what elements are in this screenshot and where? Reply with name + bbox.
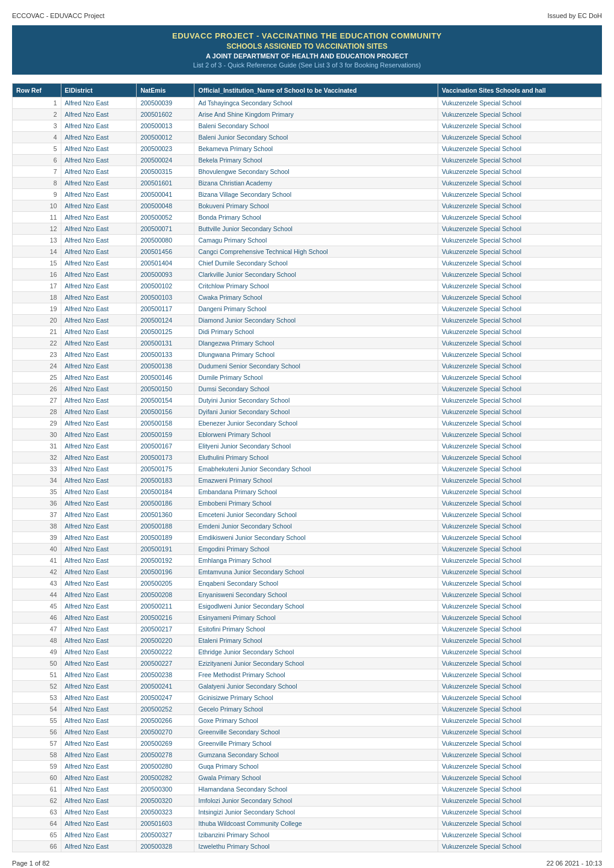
row-num-cell: 58 [13,749,61,761]
eldistrict-cell: Alfred Nzo East [61,532,137,544]
natemis-cell: 200500024 [137,155,194,166]
table-row: 7Alfred Nzo East200500315Bhovulengwe Sec… [13,166,602,178]
institution-cell: Bhovulengwe Secondary School [194,166,438,178]
eldistrict-cell: Alfred Nzo East [61,727,137,738]
institution-cell: Esigodlweni Junior Secondary School [194,601,438,612]
row-num-cell: 2 [13,109,61,120]
row-num-cell: 43 [13,578,61,589]
vacc-site-cell: Vukuzenzele Special School [438,589,601,601]
vacc-site-cell: Vukuzenzele Special School [438,246,601,258]
row-num-cell: 46 [13,612,61,624]
eldistrict-cell: Alfred Nzo East [61,509,137,521]
eldistrict-cell: Alfred Nzo East [61,109,137,120]
eldistrict-cell: Alfred Nzo East [61,258,137,269]
institution-cell: Camagu Primary School [194,235,438,246]
natemis-cell: 200500124 [137,315,194,326]
natemis-cell: 200501404 [137,258,194,269]
natemis-cell: 200500192 [137,555,194,566]
institution-cell: Bokuveni Primary School [194,200,438,212]
eldistrict-cell: Alfred Nzo East [61,669,137,681]
natemis-cell: 200500013 [137,120,194,132]
eldistrict-cell: Alfred Nzo East [61,98,137,109]
vacc-site-cell: Vukuzenzele Special School [438,658,601,669]
institution-cell: Dumile Primary School [194,372,438,383]
eldistrict-cell: Alfred Nzo East [61,463,137,475]
title-block: EDUVACC PROJECT - VACCINATING THE EDUCAT… [12,25,602,75]
institution-cell: Embandana Primary School [194,486,438,498]
table-row: 43Alfred Nzo East200500205Enqabeni Secon… [13,578,602,589]
row-num-cell: 64 [13,818,61,829]
eldistrict-cell: Alfred Nzo East [61,566,137,578]
vacc-site-cell: Vukuzenzele Special School [438,555,601,566]
vacc-site-cell: Vukuzenzele Special School [438,303,601,315]
institution-cell: Baleni Secondary School [194,120,438,132]
institution-cell: Gcinisizwe Primary School [194,692,438,704]
eldistrict-cell: Alfred Nzo East [61,315,137,326]
row-num-cell: 3 [13,120,61,132]
table-row: 56Alfred Nzo East200500270Greenville Sec… [13,727,602,738]
vacc-site-cell: Vukuzenzele Special School [438,727,601,738]
row-num-cell: 33 [13,463,61,475]
row-num-cell: 21 [13,326,61,338]
institution-cell: Ithuba Wildcoast Community College [194,818,438,829]
row-num-cell: 47 [13,624,61,635]
table-row: 31Alfred Nzo East200500167Elityeni Junio… [13,441,602,452]
vacc-site-cell: Vukuzenzele Special School [438,749,601,761]
vacc-site-cell: Vukuzenzele Special School [438,178,601,189]
natemis-cell: 200501456 [137,246,194,258]
vacc-site-cell: Vukuzenzele Special School [438,383,601,395]
table-row: 54Alfred Nzo East200500252Gecelo Primary… [13,704,602,715]
natemis-cell: 200500173 [137,452,194,463]
institution-cell: Greenville Primary School [194,738,438,749]
eldistrict-cell: Alfred Nzo East [61,658,137,669]
row-num-cell: 61 [13,784,61,795]
institution-cell: Dudumeni Senior Secondary School [194,361,438,372]
eldistrict-cell: Alfred Nzo East [61,395,137,406]
eldistrict-cell: Alfred Nzo East [61,120,137,132]
table-row: 27Alfred Nzo East200500154Dutyini Junior… [13,395,602,406]
vacc-site-cell: Vukuzenzele Special School [438,406,601,418]
vacc-site-cell: Vukuzenzele Special School [438,578,601,589]
natemis-cell: 200500158 [137,418,194,429]
page-footer: Page 1 of 82 22 06 2021 - 10:13 [12,860,602,867]
institution-cell: Emabhekuteni Junior Secondary School [194,463,438,475]
sub-title: SCHOOLS ASSIGNED TO VACCINATION SITES [24,42,590,51]
table-header: Row Ref ElDistrict NatEmis Official_Inst… [13,84,602,98]
row-num-cell: 24 [13,361,61,372]
institution-cell: Cangci Comprehensive Technical High Scho… [194,246,438,258]
institution-cell: Emtamvuna Junior Secondary School [194,566,438,578]
institution-cell: Ebenezer Junior Secondary School [194,418,438,429]
natemis-cell: 200500146 [137,372,194,383]
row-num-cell: 30 [13,429,61,441]
institution-cell: Emhlanga Primary School [194,555,438,566]
natemis-cell: 200500247 [137,692,194,704]
institution-cell: Enqabeni Secondary School [194,578,438,589]
natemis-cell: 200501603 [137,818,194,829]
natemis-cell: 200500131 [137,338,194,349]
table-row: 44Alfred Nzo East200500208Enyanisweni Se… [13,589,602,601]
eldistrict-cell: Alfred Nzo East [61,841,137,852]
vacc-site-cell: Vukuzenzele Special School [438,669,601,681]
row-num-cell: 19 [13,303,61,315]
row-num-cell: 65 [13,829,61,841]
natemis-cell: 200500269 [137,738,194,749]
eldistrict-cell: Alfred Nzo East [61,281,137,292]
vacc-site-cell: Vukuzenzele Special School [438,692,601,704]
vacc-site-cell: Vukuzenzele Special School [438,761,601,772]
institution-cell: Dlangezwa Primary School [194,338,438,349]
vacc-site-cell: Vukuzenzele Special School [438,258,601,269]
eldistrict-cell: Alfred Nzo East [61,292,137,303]
eldistrict-cell: Alfred Nzo East [61,818,137,829]
institution-cell: Emceteni Junior Secondary School [194,509,438,521]
vacc-site-cell: Vukuzenzele Special School [438,452,601,463]
table-row: 1Alfred Nzo East200500039Ad Tshayingca S… [13,98,602,109]
table-row: 41Alfred Nzo East200500192Emhlanga Prima… [13,555,602,566]
natemis-cell: 200500189 [137,532,194,544]
institution-cell: Dumsi Secondary School [194,383,438,395]
eldistrict-cell: Alfred Nzo East [61,269,137,281]
table-row: 20Alfred Nzo East200500124Diamond Junior… [13,315,602,326]
row-num-cell: 49 [13,646,61,658]
natemis-cell: 200500191 [137,544,194,555]
eldistrict-cell: Alfred Nzo East [61,486,137,498]
table-row: 53Alfred Nzo East200500247Gcinisizwe Pri… [13,692,602,704]
